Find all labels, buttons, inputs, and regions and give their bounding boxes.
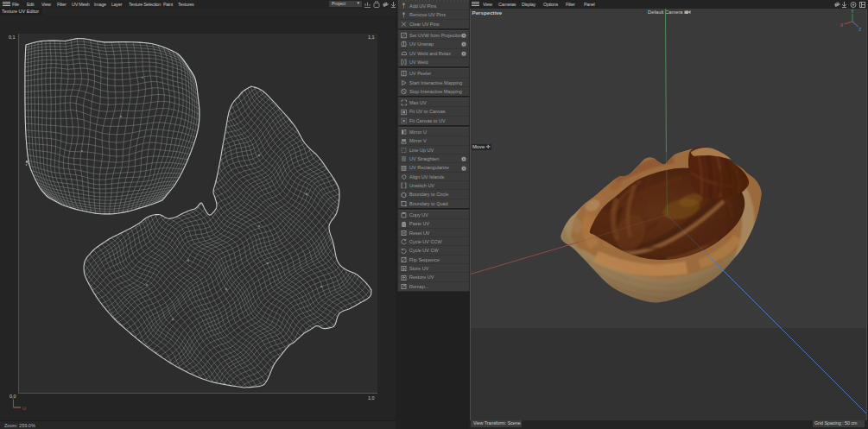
svg-text:Z: Z [858,27,862,32]
svg-text:Y: Y [851,9,854,14]
svg-text:X: X [840,22,844,28]
